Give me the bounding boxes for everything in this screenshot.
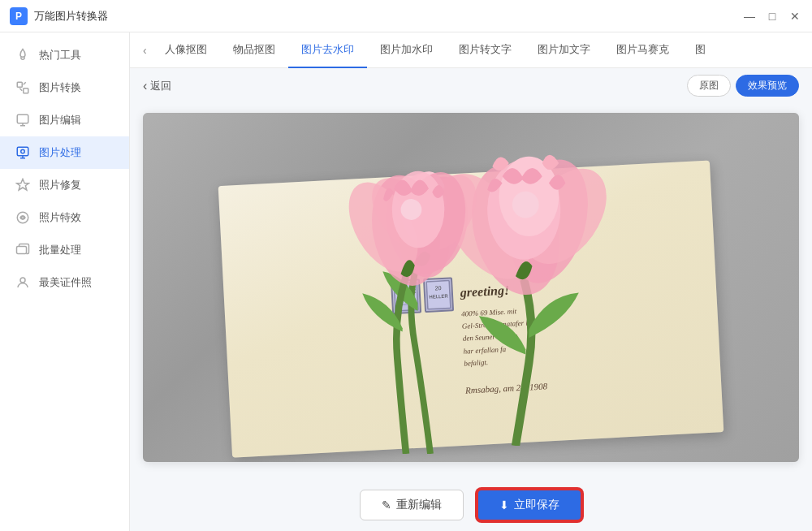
svg-rect-7 xyxy=(17,247,27,254)
sidebar-item-label: 照片特效 xyxy=(39,210,81,225)
title-bar-controls: — □ ✕ xyxy=(742,9,802,24)
svg-rect-0 xyxy=(17,82,22,87)
toolbar-row: ‹ 返回 原图 效果预览 xyxy=(130,68,812,103)
sidebar-item-best-photo[interactable]: 最美证件照 xyxy=(0,266,129,299)
sidebar-item-hot-tools[interactable]: 热门工具 xyxy=(0,39,129,71)
sidebar-item-photo-repair[interactable]: 照片修复 xyxy=(0,169,129,201)
sidebar-item-label: 批量处理 xyxy=(39,243,81,257)
tab-add-text[interactable]: 图片加文字 xyxy=(525,32,603,68)
process-icon xyxy=(15,145,31,161)
edit-icon: ✎ xyxy=(382,499,391,512)
sidebar-item-label: 最美证件照 xyxy=(39,275,92,290)
sidebar-item-batch-process[interactable]: 批量处理 xyxy=(0,234,129,266)
image-container: HRONE 1 20 HELLER xyxy=(143,113,799,462)
sidebar-item-label: 热门工具 xyxy=(39,48,81,63)
batch-icon xyxy=(15,242,31,258)
save-button[interactable]: ⬇ 立即保存 xyxy=(477,489,582,521)
content-area: ‹ 人像抠图 物品抠图 图片去水印 图片加水印 图片转文字 图片加文字 图片马赛… xyxy=(130,32,812,531)
title-bar: P 万能图片转换器 — □ ✕ xyxy=(0,0,812,32)
svg-point-34 xyxy=(401,199,422,220)
save-label: 立即保存 xyxy=(514,498,559,512)
save-icon: ⬇ xyxy=(499,499,509,512)
tab-mosaic[interactable]: 图片马赛克 xyxy=(603,32,682,68)
tab-add-watermark[interactable]: 图片加水印 xyxy=(367,32,446,68)
svg-point-8 xyxy=(20,278,25,283)
app-title: 万能图片转换器 xyxy=(34,9,108,24)
close-button[interactable]: ✕ xyxy=(788,9,802,24)
action-bar: ✎ 重新编辑 ⬇ 立即保存 xyxy=(130,479,812,531)
view-original-button[interactable]: 原图 xyxy=(687,75,731,97)
repair-icon xyxy=(15,177,31,193)
sidebar: 热门工具 图片转换 图片编辑 图片处理 照片修复 xyxy=(0,32,130,531)
re-edit-label: 重新编辑 xyxy=(396,498,442,512)
sidebar-item-label: 图片转换 xyxy=(39,80,81,95)
tab-to-text[interactable]: 图片转文字 xyxy=(446,32,525,68)
svg-point-6 xyxy=(22,217,24,219)
tab-object[interactable]: 物品抠图 xyxy=(220,32,288,68)
main-layout: 热门工具 图片转换 图片编辑 图片处理 照片修复 xyxy=(0,32,812,531)
tab-prev-button[interactable]: ‹ xyxy=(138,44,152,57)
edit-icon xyxy=(15,112,31,128)
svg-rect-2 xyxy=(17,114,28,123)
tab-portrait[interactable]: 人像抠图 xyxy=(152,32,220,68)
sidebar-item-image-convert[interactable]: 图片转换 xyxy=(0,71,129,104)
svg-rect-3 xyxy=(17,147,28,156)
tab-remove-watermark[interactable]: 图片去水印 xyxy=(288,32,367,68)
sidebar-item-image-process[interactable]: 图片处理 xyxy=(0,136,129,169)
minimize-button[interactable]: — xyxy=(742,9,757,24)
title-bar-left: P 万能图片转换器 xyxy=(10,7,108,25)
back-button[interactable]: ‹ 返回 xyxy=(143,79,171,93)
image-preview-area: HRONE 1 20 HELLER xyxy=(130,103,812,479)
svg-point-4 xyxy=(21,149,25,153)
convert-icon xyxy=(15,80,31,96)
app-icon: P xyxy=(10,7,28,25)
svg-rect-1 xyxy=(24,88,28,93)
back-chevron-icon: ‹ xyxy=(143,79,147,93)
re-edit-button[interactable]: ✎ 重新编辑 xyxy=(360,490,464,520)
postcard-scene: HRONE 1 20 HELLER xyxy=(143,113,799,462)
tab-bar: ‹ 人像抠图 物品抠图 图片去水印 图片加水印 图片转文字 图片加文字 图片马赛… xyxy=(130,32,812,68)
flower-bottom-right xyxy=(143,113,734,454)
view-preview-button[interactable]: 效果预览 xyxy=(736,75,799,97)
back-label: 返回 xyxy=(150,79,171,93)
sidebar-item-image-edit[interactable]: 图片编辑 xyxy=(0,104,129,136)
sidebar-item-label: 照片修复 xyxy=(39,178,81,192)
sidebar-item-label: 图片处理 xyxy=(39,145,81,160)
maximize-button[interactable]: □ xyxy=(765,9,780,24)
tab-more[interactable]: 图 xyxy=(682,32,719,68)
portrait-icon xyxy=(15,274,31,291)
sidebar-item-label: 图片编辑 xyxy=(39,113,81,127)
view-toggle: 原图 效果预览 xyxy=(687,75,799,97)
effect-icon xyxy=(15,209,31,226)
svg-point-5 xyxy=(17,212,28,223)
sidebar-item-photo-effect[interactable]: 照片特效 xyxy=(0,201,129,234)
fire-icon xyxy=(15,47,31,63)
